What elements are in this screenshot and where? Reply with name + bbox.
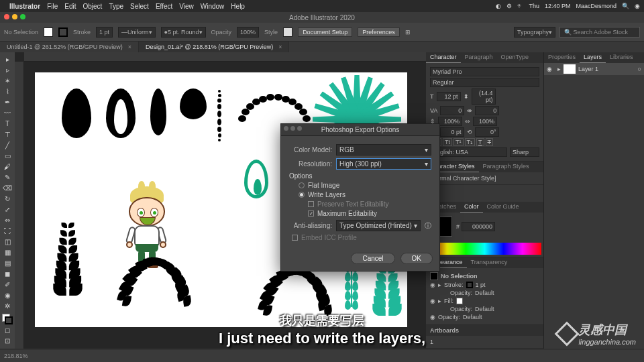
art-leaf-thin[interactable] xyxy=(150,88,166,135)
subscript-icon[interactable]: T₁ xyxy=(465,138,476,146)
anti-alias[interactable]: Sharp xyxy=(510,147,539,157)
brush-select[interactable]: ● 5 pt. Round ▾ xyxy=(161,27,206,38)
menu-effect[interactable]: Effect xyxy=(156,3,172,10)
color-model-select[interactable]: RGB▾ xyxy=(336,144,431,156)
max-editability-check[interactable]: Maximum Editability xyxy=(308,210,431,217)
tab-libraries[interactable]: Libraries xyxy=(606,52,637,63)
rotate-tool[interactable]: ↻ xyxy=(1,193,13,204)
tab-color[interactable]: Color xyxy=(460,202,483,213)
tab-paragraph[interactable]: Paragraph xyxy=(461,52,497,63)
tab-properties[interactable]: Properties xyxy=(544,52,580,63)
rectangle-tool[interactable]: ▭ xyxy=(1,150,13,161)
language[interactable]: English: USA xyxy=(430,147,507,157)
type-tool[interactable]: T xyxy=(1,118,13,129)
magic-wand-tool[interactable]: ✶ xyxy=(1,75,13,86)
menu-help[interactable]: Help xyxy=(231,3,245,10)
preferences-button[interactable]: Preferences xyxy=(358,27,400,37)
tab-layers[interactable]: Layers xyxy=(580,52,606,63)
art-leaf[interactable] xyxy=(62,88,91,138)
traffic-lights[interactable] xyxy=(4,14,25,19)
font-style[interactable]: Regular xyxy=(430,78,539,87)
menu-window[interactable]: Window xyxy=(201,3,225,10)
ruler-horizontal[interactable] xyxy=(24,52,426,62)
artboards-list[interactable]: 1 xyxy=(426,336,543,349)
eye-icon[interactable]: ◉ xyxy=(430,282,435,288)
touch-type-tool[interactable]: ⊤ xyxy=(1,129,13,139)
vertical-scale[interactable]: 100% xyxy=(438,117,462,126)
siri-icon[interactable]: ◉ xyxy=(635,3,640,9)
menu-object[interactable]: Object xyxy=(83,3,102,10)
horizontal-scale[interactable]: 100% xyxy=(473,117,497,126)
eyedropper-tool[interactable]: ✐ xyxy=(1,279,13,290)
tracking[interactable]: 0 xyxy=(475,106,499,115)
direct-selection-tool[interactable]: ▹ xyxy=(1,64,13,75)
width-tool[interactable]: ⇔ xyxy=(1,215,13,225)
dialog-titlebar[interactable]: Photoshop Export Options xyxy=(281,124,439,136)
selection-tool[interactable]: ▸ xyxy=(1,54,13,64)
expand-icon[interactable]: ▸ xyxy=(557,66,561,72)
char-rotation[interactable]: 0° xyxy=(475,127,499,137)
art-fern-black[interactable] xyxy=(55,220,80,292)
font-family[interactable]: Myriad Pro xyxy=(430,67,539,76)
menu-select[interactable]: Select xyxy=(130,3,149,10)
superscript-icon[interactable]: T¹ xyxy=(453,138,464,146)
stock-search[interactable]: 🔍 Search Adobe Stock xyxy=(559,27,640,38)
art-dot-arch[interactable] xyxy=(233,88,307,129)
eraser-tool[interactable]: ⌫ xyxy=(1,182,13,193)
line-tool[interactable]: ╱ xyxy=(1,139,13,150)
leading[interactable]: (14.4 pt) xyxy=(472,88,496,105)
eye-icon[interactable]: ◉ xyxy=(430,314,435,320)
fill-stroke-swatch[interactable] xyxy=(2,314,13,324)
info-icon[interactable]: ⓘ xyxy=(425,221,431,231)
free-transform-tool[interactable]: ⛶ xyxy=(1,225,13,236)
wifi-icon[interactable]: ᯤ xyxy=(517,3,523,9)
symbol-sprayer-tool[interactable]: ✲ xyxy=(1,300,13,311)
user-name[interactable]: MaacDesmond xyxy=(576,3,616,9)
opacity-field[interactable]: 100% xyxy=(237,27,259,38)
hex-field[interactable]: 000000 xyxy=(462,222,495,231)
mesh-tool[interactable]: ▤ xyxy=(1,257,13,268)
shaper-tool[interactable]: ✎ xyxy=(1,172,13,182)
stroke-profile[interactable]: — Uniform ▾ xyxy=(118,27,156,38)
menu-type[interactable]: Type xyxy=(109,3,123,10)
doc-tab[interactable]: Untitled-1 @ 261.52% (RGB/GPU Preview)× xyxy=(0,42,139,52)
document-setup-button[interactable]: Document Setup xyxy=(298,27,352,37)
cancel-button[interactable]: Cancel xyxy=(351,253,394,264)
menu-extra-icon[interactable]: ⚙ xyxy=(506,3,512,9)
shape-builder-tool[interactable]: ◫ xyxy=(1,236,13,247)
tab-color-guide[interactable]: Color Guide xyxy=(483,202,523,213)
align-icon[interactable]: ⊞ xyxy=(405,29,411,36)
lasso-tool[interactable]: ⌇ xyxy=(1,86,13,97)
layer-row[interactable]: ◉ ▸ Layer 1 ○ xyxy=(544,63,644,75)
artboards-heading[interactable]: Artboards xyxy=(426,325,543,336)
small-caps-icon[interactable]: Tt xyxy=(443,138,452,146)
art-dot-column[interactable] xyxy=(217,88,221,143)
menu-view[interactable]: View xyxy=(179,3,194,10)
kerning[interactable]: 0 xyxy=(440,106,464,115)
scale-tool[interactable]: ⤢ xyxy=(1,204,13,215)
menu-file[interactable]: File xyxy=(47,3,58,10)
workspace-switcher[interactable]: Typography ▾ xyxy=(514,27,555,38)
doc-tab[interactable]: Design_01.ai* @ 218.81% (RGB/GPU Preview… xyxy=(139,42,289,52)
visibility-icon[interactable]: ◉ xyxy=(547,66,555,72)
fill-swatch[interactable] xyxy=(44,27,53,37)
tab-character[interactable]: Character xyxy=(426,52,461,63)
paintbrush-tool[interactable]: 🖌 xyxy=(1,161,13,172)
ruler-vertical[interactable] xyxy=(15,62,24,349)
antialias-select[interactable]: Type Optimized (Hinted)▾ xyxy=(336,220,421,231)
stroke-weight[interactable]: 1 pt xyxy=(96,27,113,38)
char-styles-list[interactable]: [Normal Character Style] xyxy=(426,172,543,185)
target-icon[interactable]: ○ xyxy=(638,66,641,72)
gradient-tool[interactable]: ◼ xyxy=(1,268,13,279)
tab-para-styles[interactable]: Paragraph Styles xyxy=(479,162,533,172)
art-leaf-wide[interactable] xyxy=(180,88,207,119)
resolution-select[interactable]: High (300 ppi)▾ xyxy=(336,158,431,170)
underline-icon[interactable]: T xyxy=(476,138,484,146)
screen-mode[interactable]: ⊡ xyxy=(1,335,13,346)
ok-button[interactable]: OK xyxy=(400,253,433,264)
baseline-shift[interactable]: 0 pt xyxy=(440,127,464,137)
stroke-swatch[interactable] xyxy=(58,27,68,37)
pen-tool[interactable]: ✒ xyxy=(1,97,13,107)
write-layers-radio[interactable]: Write Layers xyxy=(299,191,431,198)
zoom-level[interactable]: 218.81% xyxy=(4,353,28,359)
